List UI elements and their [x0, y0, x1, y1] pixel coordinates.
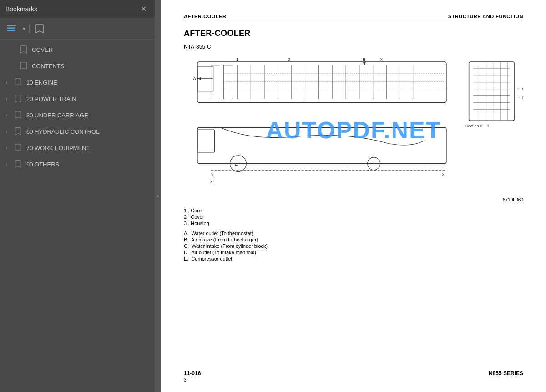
- svg-marker-29: [197, 77, 201, 80]
- svg-text:X: X: [442, 172, 445, 177]
- bookmark-item-others[interactable]: › 90 OTHERS: [0, 156, 155, 172]
- bookmarks-list: COVER CONTENTS › 10 ENGINE › 20 POWER TR…: [0, 40, 155, 392]
- sidebar-toolbar: ▾: [0, 18, 155, 40]
- note-label-b: Air intake (From turbocharger): [191, 237, 258, 242]
- after-cooler-diagram: 1 2 A B X X: [184, 57, 523, 197]
- note-item-c: C. Water intake (From cylinder block): [184, 243, 523, 249]
- part-label-1: Core: [191, 208, 202, 213]
- bookmark-item-engine[interactable]: › 10 ENGINE: [0, 74, 155, 90]
- svg-rect-0: [7, 25, 15, 26]
- close-button[interactable]: ✕: [138, 4, 149, 14]
- svg-rect-51: [197, 127, 446, 164]
- chevron-contents: [9, 63, 15, 69]
- note-letter-a: A.: [184, 231, 192, 236]
- toolbar-divider: [29, 24, 30, 33]
- pdf-header: AFTER-COOLER STRUCTURE AND FUNCTION: [184, 14, 523, 21]
- bookmark-button[interactable]: [33, 22, 46, 35]
- pdf-header-right: STRUCTURE AND FUNCTION: [448, 14, 523, 19]
- note-letter-c: C.: [184, 243, 192, 249]
- svg-marker-32: [363, 62, 366, 65]
- chevron-hydraulic-control: ›: [4, 128, 10, 135]
- note-letter-d: D.: [184, 250, 192, 255]
- bookmark-label-power-train: 20 POWER TRAIN: [26, 95, 149, 102]
- part-item-1: 1. Core: [184, 208, 523, 213]
- pdf-subtitle: NTA-855-C: [184, 44, 523, 50]
- bookmark-icon-power-train: [15, 95, 22, 103]
- sidebar-title: Bookmarks: [5, 5, 37, 13]
- chevron-work-equipment: ›: [4, 145, 10, 151]
- diagram-container: AUTOPDF.NET: [184, 57, 523, 202]
- bookmark-item-work-equipment[interactable]: › 70 WORK EQUIPMENT: [0, 140, 155, 156]
- diagram-code: 6710F060: [184, 197, 523, 202]
- expand-icon: [6, 24, 16, 34]
- svg-text:1: 1: [236, 57, 238, 62]
- bookmark-item-contents[interactable]: CONTENTS: [0, 58, 155, 74]
- parts-list: 1. Core 2. Cover 3. Housing: [184, 208, 523, 226]
- note-item-a: A. Water outlet (To thermostat): [184, 231, 523, 236]
- bookmark-icon-engine: [15, 78, 22, 86]
- bookmark-icon-cover: [20, 45, 27, 54]
- bookmark-item-cover[interactable]: COVER: [0, 41, 155, 58]
- svg-text:B: B: [363, 57, 366, 62]
- note-label-c: Water intake (From cylinder block): [192, 243, 268, 249]
- sidebar-header: Bookmarks ✕: [0, 0, 155, 18]
- svg-text:A: A: [193, 76, 196, 81]
- svg-text:← C: ← C: [516, 86, 523, 91]
- bookmark-icon-under-carriage: [15, 111, 22, 119]
- svg-rect-1: [7, 28, 15, 29]
- collapse-icon: ‹: [157, 193, 159, 199]
- pdf-section-title: AFTER-COOLER: [184, 29, 523, 38]
- svg-text:→ D: → D: [516, 95, 523, 100]
- footer-page: 11-016 3: [184, 370, 201, 383]
- chevron-others: ›: [4, 161, 10, 167]
- chevron-engine: ›: [4, 79, 10, 85]
- bookmark-label-contents: CONTENTS: [32, 63, 149, 70]
- bookmark-label-work-equipment: 70 WORK EQUIPMENT: [26, 145, 149, 151]
- bookmark-label-others: 90 OTHERS: [26, 161, 149, 168]
- note-item-b: B. Air intake (From turbocharger): [184, 237, 523, 242]
- chevron-cover: [9, 46, 15, 53]
- part-number-1: 1.: [184, 208, 191, 213]
- note-label-d: Air outlet (To intake manifold): [192, 250, 256, 255]
- note-letter-b: B.: [184, 237, 191, 242]
- bookmark-icon: [35, 24, 44, 34]
- chevron-power-train: ›: [4, 95, 10, 102]
- bookmark-icon-work-equipment: [15, 144, 22, 152]
- svg-text:Section X - X: Section X - X: [465, 124, 489, 128]
- bookmark-item-power-train[interactable]: › 20 POWER TRAIN: [0, 90, 155, 107]
- part-label-3: Housing: [191, 221, 209, 226]
- part-number-2: 2.: [184, 214, 191, 220]
- svg-text:3: 3: [210, 179, 213, 184]
- note-letter-e: E.: [184, 256, 192, 261]
- sidebar: Bookmarks ✕ ▾ CO: [0, 0, 155, 392]
- part-number-3: 3.: [184, 221, 191, 226]
- svg-text:X: X: [211, 172, 214, 177]
- bookmark-icon-contents: [20, 62, 27, 70]
- main-content: AFTER-COOLER STRUCTURE AND FUNCTION AFTE…: [161, 0, 546, 392]
- note-item-e: E. Compressor outlet: [184, 256, 523, 261]
- expand-dropdown-arrow[interactable]: ▾: [23, 26, 25, 32]
- notes-list: A. Water outlet (To thermostat) B. Air i…: [184, 231, 523, 261]
- bookmark-item-under-carriage[interactable]: › 30 UNDER CARRIAGE: [0, 107, 155, 123]
- bookmark-label-cover: COVER: [32, 46, 149, 53]
- collapse-handle[interactable]: ‹: [155, 0, 161, 392]
- bookmark-label-engine: 10 ENGINE: [26, 79, 149, 86]
- part-label-2: Cover: [191, 214, 204, 220]
- svg-text:X: X: [380, 57, 384, 62]
- bookmark-icon-others: [15, 160, 22, 168]
- note-label-e: Compressor outlet: [192, 256, 233, 261]
- svg-rect-4: [197, 62, 446, 103]
- bookmark-label-under-carriage: 30 UNDER CARRIAGE: [26, 112, 149, 119]
- bookmark-icon-hydraulic-control: [15, 127, 22, 136]
- pdf-footer: 11-016 3 N855 SERIES: [184, 370, 523, 383]
- svg-rect-57: [197, 130, 215, 152]
- note-label-a: Water outlet (To thermostat): [192, 231, 253, 236]
- part-item-2: 2. Cover: [184, 214, 523, 220]
- expand-bookmarks-button[interactable]: [5, 22, 18, 35]
- svg-rect-2: [7, 30, 15, 31]
- svg-rect-6: [224, 65, 233, 99]
- chevron-under-carriage: ›: [4, 112, 10, 118]
- bookmark-item-hydraulic-control[interactable]: › 60 HYDRAULIC CONTROL: [0, 123, 155, 140]
- svg-rect-5: [211, 65, 220, 99]
- pdf-header-left: AFTER-COOLER: [184, 14, 226, 19]
